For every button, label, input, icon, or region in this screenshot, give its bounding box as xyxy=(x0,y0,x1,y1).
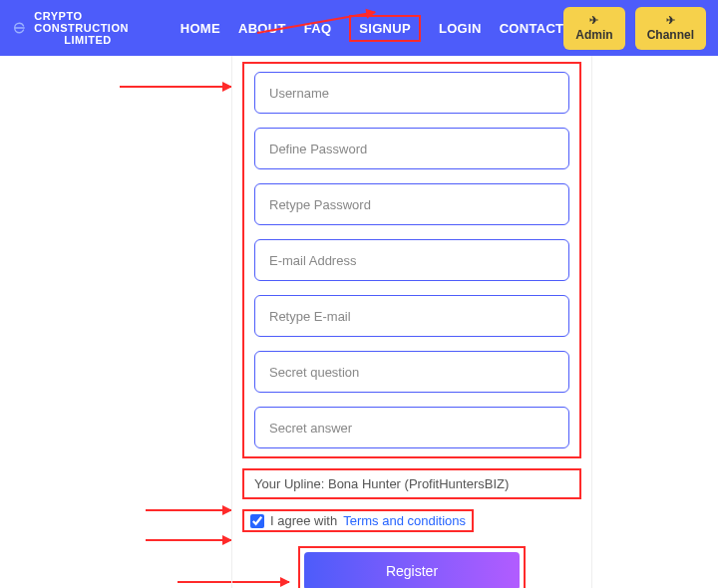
nav-home[interactable]: HOME xyxy=(180,21,220,36)
retype-password-field[interactable] xyxy=(254,183,569,225)
nav-login[interactable]: LOGIN xyxy=(439,21,482,36)
main-nav: HOME ABOUT FAQ SIGNUP LOGIN CONTACT xyxy=(180,21,564,36)
annotation-arrow xyxy=(146,509,231,511)
terms-row: I agree with Terms and conditions xyxy=(242,509,474,532)
annotation-arrow xyxy=(120,86,231,88)
terms-link[interactable]: Terms and conditions xyxy=(343,513,466,528)
secret-question-field[interactable] xyxy=(254,351,569,393)
signup-form: Your Upline: Bona Hunter (ProfitHuntersB… xyxy=(231,56,592,588)
email-field[interactable] xyxy=(254,239,569,281)
secret-answer-field[interactable] xyxy=(254,407,569,448)
channel-button-label: Channel xyxy=(647,28,694,42)
paper-plane-icon: ✈ xyxy=(589,15,598,26)
upline-info: Your Upline: Bona Hunter (ProfitHuntersB… xyxy=(242,468,581,499)
terms-prefix: I agree with xyxy=(270,513,337,528)
register-button[interactable]: Register xyxy=(304,552,520,588)
stage: Your Upline: Bona Hunter (ProfitHuntersB… xyxy=(0,56,718,588)
channel-button[interactable]: ✈ Channel xyxy=(635,7,706,50)
nav-contact[interactable]: CONTACT xyxy=(500,21,564,36)
fields-group xyxy=(242,62,581,458)
header-buttons: ✈ Admin ✈ Channel xyxy=(563,7,706,50)
register-wrap: Register xyxy=(298,546,526,588)
logo[interactable]: CRYPTO CONSTRUCTION LIMITED xyxy=(12,10,143,46)
retype-email-field[interactable] xyxy=(254,295,569,337)
header: CRYPTO CONSTRUCTION LIMITED HOME ABOUT F… xyxy=(0,0,718,56)
brand-line1: CRYPTO CONSTRUCTION xyxy=(34,10,142,34)
password-field[interactable] xyxy=(254,128,569,169)
logo-text: CRYPTO CONSTRUCTION LIMITED xyxy=(34,10,142,46)
terms-checkbox[interactable] xyxy=(250,514,264,528)
username-field[interactable] xyxy=(254,72,569,114)
paper-plane-icon: ✈ xyxy=(666,15,675,26)
brand-line2: LIMITED xyxy=(64,34,142,46)
annotation-arrow xyxy=(146,539,231,541)
admin-button[interactable]: ✈ Admin xyxy=(563,7,624,50)
logo-icon xyxy=(12,17,28,39)
nav-signup[interactable]: SIGNUP xyxy=(349,15,421,42)
admin-button-label: Admin xyxy=(575,28,612,42)
